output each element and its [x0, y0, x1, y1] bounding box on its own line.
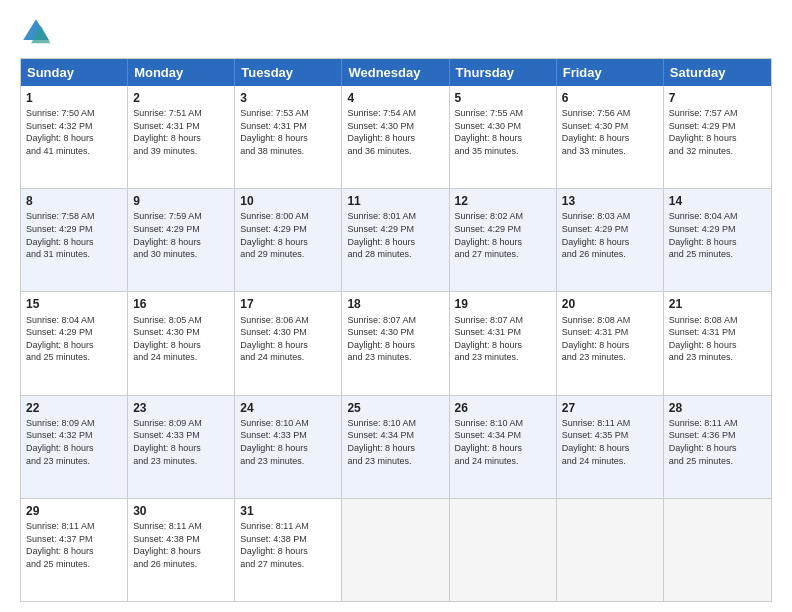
day-number: 5: [455, 90, 551, 106]
calendar-cell-4-2: 23Sunrise: 8:09 AM Sunset: 4:33 PM Dayli…: [128, 396, 235, 498]
header-day-saturday: Saturday: [664, 59, 771, 86]
day-number: 28: [669, 400, 766, 416]
calendar-cell-1-5: 5Sunrise: 7:55 AM Sunset: 4:30 PM Daylig…: [450, 86, 557, 188]
calendar-cell-5-5: [450, 499, 557, 601]
cell-text: Sunrise: 8:11 AM Sunset: 4:38 PM Dayligh…: [133, 520, 229, 570]
calendar-cell-2-4: 11Sunrise: 8:01 AM Sunset: 4:29 PM Dayli…: [342, 189, 449, 291]
calendar-cell-3-3: 17Sunrise: 8:06 AM Sunset: 4:30 PM Dayli…: [235, 292, 342, 394]
calendar-cell-5-7: [664, 499, 771, 601]
header-day-monday: Monday: [128, 59, 235, 86]
day-number: 11: [347, 193, 443, 209]
calendar-row-2: 8Sunrise: 7:58 AM Sunset: 4:29 PM Daylig…: [21, 189, 771, 292]
cell-text: Sunrise: 7:58 AM Sunset: 4:29 PM Dayligh…: [26, 210, 122, 260]
calendar-cell-5-6: [557, 499, 664, 601]
calendar-cell-5-3: 31Sunrise: 8:11 AM Sunset: 4:38 PM Dayli…: [235, 499, 342, 601]
calendar-cell-1-4: 4Sunrise: 7:54 AM Sunset: 4:30 PM Daylig…: [342, 86, 449, 188]
calendar-cell-4-7: 28Sunrise: 8:11 AM Sunset: 4:36 PM Dayli…: [664, 396, 771, 498]
cell-text: Sunrise: 8:03 AM Sunset: 4:29 PM Dayligh…: [562, 210, 658, 260]
calendar-cell-2-3: 10Sunrise: 8:00 AM Sunset: 4:29 PM Dayli…: [235, 189, 342, 291]
header-day-thursday: Thursday: [450, 59, 557, 86]
day-number: 4: [347, 90, 443, 106]
cell-text: Sunrise: 8:08 AM Sunset: 4:31 PM Dayligh…: [669, 314, 766, 364]
calendar-row-4: 22Sunrise: 8:09 AM Sunset: 4:32 PM Dayli…: [21, 396, 771, 499]
calendar-row-3: 15Sunrise: 8:04 AM Sunset: 4:29 PM Dayli…: [21, 292, 771, 395]
day-number: 6: [562, 90, 658, 106]
calendar-cell-4-4: 25Sunrise: 8:10 AM Sunset: 4:34 PM Dayli…: [342, 396, 449, 498]
calendar-cell-1-7: 7Sunrise: 7:57 AM Sunset: 4:29 PM Daylig…: [664, 86, 771, 188]
day-number: 10: [240, 193, 336, 209]
calendar-row-1: 1Sunrise: 7:50 AM Sunset: 4:32 PM Daylig…: [21, 86, 771, 189]
cell-text: Sunrise: 8:11 AM Sunset: 4:36 PM Dayligh…: [669, 417, 766, 467]
cell-text: Sunrise: 8:04 AM Sunset: 4:29 PM Dayligh…: [669, 210, 766, 260]
calendar-cell-3-2: 16Sunrise: 8:05 AM Sunset: 4:30 PM Dayli…: [128, 292, 235, 394]
cell-text: Sunrise: 8:10 AM Sunset: 4:34 PM Dayligh…: [455, 417, 551, 467]
cell-text: Sunrise: 8:11 AM Sunset: 4:38 PM Dayligh…: [240, 520, 336, 570]
calendar-cell-4-1: 22Sunrise: 8:09 AM Sunset: 4:32 PM Dayli…: [21, 396, 128, 498]
day-number: 17: [240, 296, 336, 312]
calendar-cell-5-2: 30Sunrise: 8:11 AM Sunset: 4:38 PM Dayli…: [128, 499, 235, 601]
logo: [20, 16, 56, 48]
calendar-cell-5-4: [342, 499, 449, 601]
calendar-cell-2-1: 8Sunrise: 7:58 AM Sunset: 4:29 PM Daylig…: [21, 189, 128, 291]
calendar-body: 1Sunrise: 7:50 AM Sunset: 4:32 PM Daylig…: [21, 86, 771, 601]
calendar-cell-4-6: 27Sunrise: 8:11 AM Sunset: 4:35 PM Dayli…: [557, 396, 664, 498]
day-number: 18: [347, 296, 443, 312]
day-number: 31: [240, 503, 336, 519]
cell-text: Sunrise: 8:09 AM Sunset: 4:32 PM Dayligh…: [26, 417, 122, 467]
day-number: 3: [240, 90, 336, 106]
cell-text: Sunrise: 8:06 AM Sunset: 4:30 PM Dayligh…: [240, 314, 336, 364]
calendar-header: SundayMondayTuesdayWednesdayThursdayFrid…: [21, 59, 771, 86]
cell-text: Sunrise: 8:01 AM Sunset: 4:29 PM Dayligh…: [347, 210, 443, 260]
page: SundayMondayTuesdayWednesdayThursdayFrid…: [0, 0, 792, 612]
day-number: 24: [240, 400, 336, 416]
cell-text: Sunrise: 7:57 AM Sunset: 4:29 PM Dayligh…: [669, 107, 766, 157]
calendar-cell-2-7: 14Sunrise: 8:04 AM Sunset: 4:29 PM Dayli…: [664, 189, 771, 291]
day-number: 16: [133, 296, 229, 312]
day-number: 20: [562, 296, 658, 312]
cell-text: Sunrise: 7:51 AM Sunset: 4:31 PM Dayligh…: [133, 107, 229, 157]
day-number: 23: [133, 400, 229, 416]
cell-text: Sunrise: 8:10 AM Sunset: 4:34 PM Dayligh…: [347, 417, 443, 467]
day-number: 26: [455, 400, 551, 416]
day-number: 12: [455, 193, 551, 209]
calendar-cell-3-6: 20Sunrise: 8:08 AM Sunset: 4:31 PM Dayli…: [557, 292, 664, 394]
calendar-cell-1-1: 1Sunrise: 7:50 AM Sunset: 4:32 PM Daylig…: [21, 86, 128, 188]
header-day-wednesday: Wednesday: [342, 59, 449, 86]
cell-text: Sunrise: 7:53 AM Sunset: 4:31 PM Dayligh…: [240, 107, 336, 157]
cell-text: Sunrise: 7:55 AM Sunset: 4:30 PM Dayligh…: [455, 107, 551, 157]
calendar-row-5: 29Sunrise: 8:11 AM Sunset: 4:37 PM Dayli…: [21, 499, 771, 601]
calendar-cell-4-3: 24Sunrise: 8:10 AM Sunset: 4:33 PM Dayli…: [235, 396, 342, 498]
day-number: 15: [26, 296, 122, 312]
cell-text: Sunrise: 7:56 AM Sunset: 4:30 PM Dayligh…: [562, 107, 658, 157]
cell-text: Sunrise: 7:54 AM Sunset: 4:30 PM Dayligh…: [347, 107, 443, 157]
calendar-cell-2-2: 9Sunrise: 7:59 AM Sunset: 4:29 PM Daylig…: [128, 189, 235, 291]
day-number: 25: [347, 400, 443, 416]
header: [20, 16, 772, 48]
day-number: 22: [26, 400, 122, 416]
calendar-cell-4-5: 26Sunrise: 8:10 AM Sunset: 4:34 PM Dayli…: [450, 396, 557, 498]
day-number: 1: [26, 90, 122, 106]
calendar-cell-5-1: 29Sunrise: 8:11 AM Sunset: 4:37 PM Dayli…: [21, 499, 128, 601]
cell-text: Sunrise: 7:50 AM Sunset: 4:32 PM Dayligh…: [26, 107, 122, 157]
day-number: 29: [26, 503, 122, 519]
cell-text: Sunrise: 8:00 AM Sunset: 4:29 PM Dayligh…: [240, 210, 336, 260]
calendar-cell-1-3: 3Sunrise: 7:53 AM Sunset: 4:31 PM Daylig…: [235, 86, 342, 188]
day-number: 27: [562, 400, 658, 416]
cell-text: Sunrise: 8:10 AM Sunset: 4:33 PM Dayligh…: [240, 417, 336, 467]
cell-text: Sunrise: 7:59 AM Sunset: 4:29 PM Dayligh…: [133, 210, 229, 260]
cell-text: Sunrise: 8:07 AM Sunset: 4:31 PM Dayligh…: [455, 314, 551, 364]
cell-text: Sunrise: 8:11 AM Sunset: 4:35 PM Dayligh…: [562, 417, 658, 467]
day-number: 14: [669, 193, 766, 209]
cell-text: Sunrise: 8:05 AM Sunset: 4:30 PM Dayligh…: [133, 314, 229, 364]
cell-text: Sunrise: 8:08 AM Sunset: 4:31 PM Dayligh…: [562, 314, 658, 364]
cell-text: Sunrise: 8:11 AM Sunset: 4:37 PM Dayligh…: [26, 520, 122, 570]
day-number: 30: [133, 503, 229, 519]
calendar-cell-1-6: 6Sunrise: 7:56 AM Sunset: 4:30 PM Daylig…: [557, 86, 664, 188]
header-day-friday: Friday: [557, 59, 664, 86]
logo-icon: [20, 16, 52, 48]
day-number: 21: [669, 296, 766, 312]
calendar-cell-1-2: 2Sunrise: 7:51 AM Sunset: 4:31 PM Daylig…: [128, 86, 235, 188]
day-number: 13: [562, 193, 658, 209]
day-number: 2: [133, 90, 229, 106]
cell-text: Sunrise: 8:04 AM Sunset: 4:29 PM Dayligh…: [26, 314, 122, 364]
